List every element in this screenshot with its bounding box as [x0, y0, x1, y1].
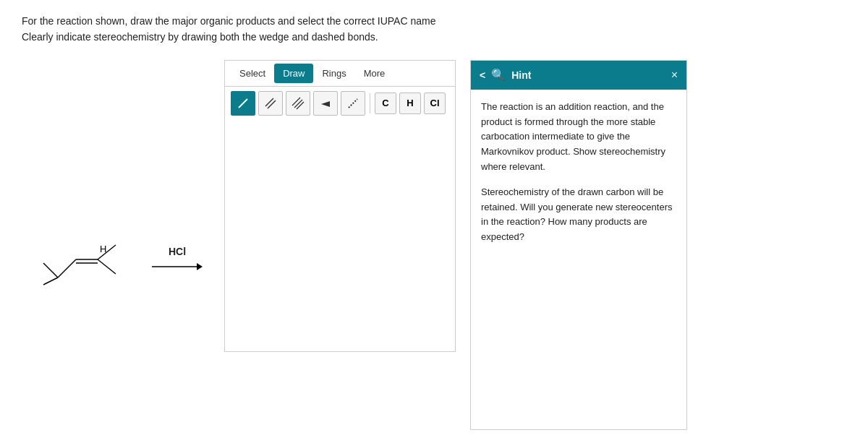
svg-line-10	[239, 99, 247, 108]
atom-h-button[interactable]: H	[399, 93, 421, 114]
atom-c-button[interactable]: C	[375, 93, 396, 114]
svg-line-17	[349, 99, 357, 108]
svg-line-13	[292, 98, 300, 106]
tool-panel: Select Draw Rings More	[224, 60, 456, 352]
hint-search-icon: 🔍	[491, 68, 506, 82]
hint-panel: < 🔍 Hint × The reaction is an addition r…	[470, 60, 687, 430]
tab-draw[interactable]: Draw	[274, 64, 313, 83]
hint-chevron-icon[interactable]: <	[480, 69, 485, 81]
hint-header: < 🔍 Hint ×	[471, 61, 686, 90]
reagent-arrow: HCl	[152, 246, 203, 273]
molecule-svg: H	[22, 212, 145, 299]
tool-row: C H Cl	[225, 87, 455, 120]
separator	[370, 93, 370, 113]
svg-marker-9	[197, 263, 203, 270]
svg-line-2	[43, 263, 58, 278]
atom-cl-button[interactable]: Cl	[424, 93, 446, 114]
wedge-bond-button[interactable]	[313, 91, 338, 116]
reaction-arrow	[152, 260, 203, 273]
tool-panel-wrapper: Select Draw Rings More	[224, 60, 456, 430]
hint-body: The reaction is an addition reaction, an…	[471, 90, 686, 255]
hint-close-button[interactable]: ×	[671, 69, 678, 81]
svg-line-1	[43, 278, 58, 285]
tool-tabs: Select Draw Rings More	[225, 61, 455, 87]
reaction-area: H HCl	[22, 82, 217, 430]
single-bond-button[interactable]	[231, 91, 255, 116]
svg-line-14	[294, 100, 302, 108]
hint-paragraph-2: Stereochemistry of the drawn carbon will…	[481, 185, 676, 245]
double-bond-button[interactable]	[258, 91, 283, 116]
question-line2: Clearly indicate stereochemistry by draw…	[22, 31, 378, 43]
hint-title: Hint	[511, 69, 531, 81]
drawing-canvas[interactable]	[225, 120, 455, 351]
triple-bond-button[interactable]	[286, 91, 310, 116]
hint-header-left: < 🔍 Hint	[480, 68, 531, 82]
tab-rings[interactable]: Rings	[313, 64, 354, 83]
svg-marker-16	[321, 101, 330, 107]
svg-line-15	[297, 102, 304, 109]
tab-select[interactable]: Select	[231, 64, 274, 83]
question-text: For the reaction shown, draw the major o…	[22, 13, 456, 46]
hint-paragraph-1: The reaction is an addition reaction, an…	[481, 100, 676, 175]
svg-line-0	[58, 259, 76, 278]
reagent-label: HCl	[169, 246, 186, 257]
tab-more[interactable]: More	[355, 64, 394, 83]
svg-line-11	[265, 98, 273, 106]
dashed-bond-button[interactable]	[341, 91, 365, 116]
question-line1: For the reaction shown, draw the major o…	[22, 15, 435, 27]
svg-line-7	[98, 259, 116, 274]
svg-line-12	[268, 100, 276, 108]
